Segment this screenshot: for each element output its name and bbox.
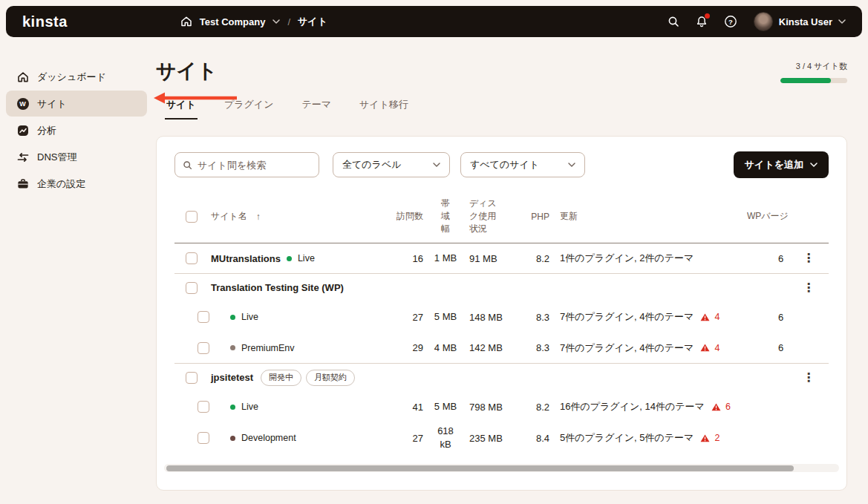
column-php: PHP <box>524 212 549 222</box>
updates-text: 5件のプラグイン, 5件のテーマ <box>560 431 694 445</box>
disk-value: 142 MB <box>469 342 518 353</box>
sidebar-item-label: 企業の設定 <box>37 177 85 191</box>
warning-count: 4 <box>714 312 719 322</box>
site-name[interactable]: jpsitetest <box>211 372 253 383</box>
env-name[interactable]: Live <box>241 402 258 412</box>
php-version: 8.3 <box>524 342 549 353</box>
kebab-menu-icon[interactable]: ⋮ <box>803 371 815 384</box>
site-quota: 3 / 4 サイト数 <box>780 61 847 83</box>
help-icon[interactable]: ? <box>724 15 737 28</box>
sidebar: ダッシュボード W サイト 分析 DNS管理 企業の設定 <box>0 37 153 197</box>
sidebar-item-sites[interactable]: W サイト <box>6 91 147 117</box>
site-filter-select[interactable]: すべてのサイト <box>460 152 585 177</box>
site-badges: 開発中 月額契約 <box>261 370 355 386</box>
bandwidth-value: 5 MB <box>432 400 459 413</box>
horizontal-scrollbar-thumb[interactable] <box>166 465 794 471</box>
disk-value: 798 MB <box>469 402 518 413</box>
visits-value: 41 <box>385 402 423 413</box>
home-icon[interactable] <box>180 16 192 27</box>
add-site-button[interactable]: サイトを追加 <box>734 151 829 178</box>
row-checkbox[interactable] <box>198 311 209 323</box>
env-name[interactable]: Development <box>241 433 296 443</box>
sites-table: サイト名 ↑ 訪問数 帯域幅 ディスク使用状況 PHP 更新 WPバージ MUt… <box>174 190 829 454</box>
site-name[interactable]: Translation Testing Site (WP) <box>211 282 344 293</box>
disk-value: 148 MB <box>469 312 518 323</box>
search-icon[interactable] <box>668 16 679 27</box>
tab-migrations[interactable]: サイト移行 <box>358 98 410 120</box>
env-status-dot-live <box>287 256 292 261</box>
updates-text: 7件のプラグイン, 4件のテーマ <box>560 310 694 324</box>
site-name[interactable]: MUtranslations <box>211 253 281 264</box>
label-filter-select[interactable]: 全てのラベル <box>333 152 450 177</box>
tab-plugins[interactable]: プラグイン <box>223 98 275 120</box>
horizontal-scrollbar-track[interactable] <box>164 464 839 472</box>
table-group-row-jpsitetest[interactable]: jpsitetest 開発中 月額契約 ⋮ <box>174 364 829 391</box>
bell-icon[interactable] <box>696 16 708 27</box>
analytics-icon <box>16 124 29 137</box>
row-checkbox[interactable] <box>198 432 209 444</box>
table-row-tts-live[interactable]: Live 27 5 MB 148 MB 8.3 7件のプラグイン, 4件のテーマ… <box>174 301 829 333</box>
column-updates: 更新 <box>560 210 740 223</box>
sidebar-item-dashboard[interactable]: ダッシュボード <box>6 64 147 90</box>
status-badge-monthly-plan: 月額契約 <box>306 370 355 386</box>
breadcrumb-company[interactable]: Test Company <box>200 16 266 27</box>
php-version: 8.2 <box>524 402 549 413</box>
label-filter-value: 全てのラベル <box>342 158 402 171</box>
visits-value: 27 <box>385 312 423 323</box>
row-checkbox[interactable] <box>186 252 198 264</box>
row-checkbox[interactable] <box>198 401 209 413</box>
env-status-dot <box>230 345 235 350</box>
warning-icon <box>700 344 710 352</box>
notification-badge <box>705 13 710 19</box>
warning-count: 4 <box>714 343 719 353</box>
updates-text: 7件のプラグイン, 4件のテーマ <box>560 341 694 355</box>
table-row-jpsitetest-development[interactable]: Development 27 618 kB 235 MB 8.4 5件のプラグイ… <box>174 422 829 454</box>
sidebar-item-dns[interactable]: DNS管理 <box>6 144 147 170</box>
table-row-tts-premiumenv[interactable]: PremiumEnv 29 4 MB 142 MB 8.3 7件のプラグイン, … <box>174 333 829 364</box>
disk-value: 91 MB <box>469 253 518 264</box>
kebab-menu-icon[interactable]: ⋮ <box>803 252 815 264</box>
column-bandwidth: 帯域幅 <box>440 197 451 235</box>
env-name[interactable]: PremiumEnv <box>241 343 295 353</box>
sidebar-item-label: 分析 <box>37 124 56 137</box>
page-title: サイト <box>156 58 847 85</box>
bandwidth-value: 4 MB <box>432 341 459 355</box>
add-site-label: サイトを追加 <box>745 158 803 171</box>
breadcrumb: Test Company / サイト <box>180 15 327 28</box>
navbar-actions: ? Kinsta User <box>668 12 846 31</box>
kinsta-logo[interactable]: kinsta <box>22 13 68 30</box>
breadcrumb-current-page: サイト <box>298 15 327 28</box>
row-checkbox[interactable] <box>186 372 198 384</box>
sidebar-item-analytics[interactable]: 分析 <box>6 117 147 143</box>
chevron-down-icon <box>810 163 818 167</box>
row-checkbox[interactable] <box>198 342 209 354</box>
column-site-name[interactable]: サイト名 <box>211 210 247 223</box>
column-disk-usage: ディスク使用状況 <box>469 197 499 235</box>
table-group-row-translation-testing-site[interactable]: Translation Testing Site (WP) ⋮ <box>174 274 829 301</box>
warning-icon <box>700 313 710 321</box>
chevron-down-icon <box>433 163 440 167</box>
sort-ascending-icon[interactable]: ↑ <box>256 212 261 222</box>
status-badge-development: 開発中 <box>261 370 301 386</box>
bandwidth-value: 5 MB <box>432 310 459 324</box>
chevron-down-icon[interactable] <box>273 19 280 24</box>
env-status-dot-live <box>230 315 235 320</box>
breadcrumb-separator: / <box>287 16 290 27</box>
search-input[interactable] <box>198 160 311 171</box>
sidebar-item-company-settings[interactable]: 企業の設定 <box>6 171 147 197</box>
select-all-checkbox[interactable] <box>186 211 198 223</box>
php-version: 8.4 <box>524 433 549 444</box>
env-name[interactable]: Live <box>241 312 258 322</box>
table-row-mutranslations[interactable]: MUtranslations Live 16 1 MB 91 MB 8.2 1件… <box>174 243 829 274</box>
chevron-down-icon <box>568 163 575 167</box>
php-version: 8.3 <box>524 312 549 323</box>
row-checkbox[interactable] <box>186 282 198 294</box>
tab-themes[interactable]: テーマ <box>300 98 333 120</box>
kebab-menu-icon[interactable]: ⋮ <box>803 281 815 294</box>
table-row-jpsitetest-live[interactable]: Live 41 5 MB 798 MB 8.2 16件のプラグイン, 14件のテ… <box>174 391 829 422</box>
warning-count: 6 <box>725 402 731 412</box>
sidebar-item-label: サイト <box>37 97 67 111</box>
tab-sites[interactable]: サイト <box>165 98 198 120</box>
avatar[interactable] <box>754 12 773 31</box>
user-menu[interactable]: Kinsta User <box>754 12 846 31</box>
